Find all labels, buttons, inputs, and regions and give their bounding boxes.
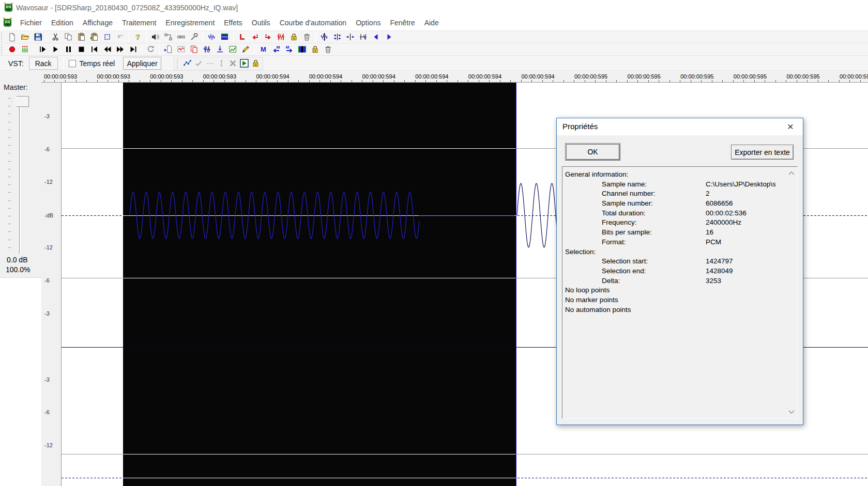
undo-icon[interactable]: [114, 32, 127, 43]
zoom-vertical-icon[interactable]: [318, 32, 331, 43]
statistics-icon[interactable]: [175, 44, 188, 55]
menu-item-fen-tre[interactable]: Fenêtre: [385, 17, 419, 29]
toolbar-separator: [203, 32, 203, 42]
marker-prev-icon[interactable]: M: [270, 44, 283, 55]
menu-item-fichier[interactable]: Fichier: [16, 17, 47, 29]
automation-view-icon[interactable]: [226, 44, 239, 55]
ruler-time-label: 00:00:00:594: [468, 73, 501, 80]
go-end-icon[interactable]: [127, 44, 140, 55]
stop-icon[interactable]: [75, 44, 88, 55]
curve-points-icon[interactable]: [181, 58, 193, 69]
toolbar-grip[interactable]: [1, 45, 5, 54]
help-icon[interactable]: ?: [131, 32, 144, 43]
property-label: Total duration:: [602, 209, 646, 217]
view-wave-icon[interactable]: [205, 32, 218, 43]
export-text-button[interactable]: Exporter en texte: [731, 145, 794, 160]
view-wave-selection-icon[interactable]: [218, 32, 231, 43]
menu-item-outils[interactable]: Outils: [247, 17, 275, 29]
menu-item-affichage[interactable]: Affichage: [78, 17, 117, 29]
realtime-checkbox-group[interactable]: Temps réel: [69, 59, 115, 68]
view-prev-icon[interactable]: [370, 32, 383, 43]
open-file-icon[interactable]: [19, 32, 32, 43]
loop-playback-icon[interactable]: [144, 44, 157, 55]
copy-icon[interactable]: [62, 32, 75, 43]
chain-nodes-icon[interactable]: [175, 32, 188, 43]
loop-to-end-icon[interactable]: [262, 32, 275, 43]
vst-bar: VST: Rack Temps réel Appliquer: [0, 55, 868, 71]
marker-selection-icon[interactable]: [296, 44, 309, 55]
play-icon[interactable]: [49, 44, 62, 55]
toolbar-grip[interactable]: [177, 59, 180, 68]
record-icon[interactable]: [6, 44, 19, 55]
ruler-time-label: 00:00:00:593: [44, 73, 77, 80]
vu-meter-icon[interactable]: [19, 44, 32, 55]
lock-markers-icon[interactable]: [309, 44, 322, 55]
play-from-cursor-icon[interactable]: [36, 44, 49, 55]
menu-item-traitement[interactable]: Traitement: [117, 17, 161, 29]
close-icon[interactable]: ×: [783, 119, 798, 134]
paste-icon[interactable]: [75, 32, 88, 43]
loop-to-start-icon[interactable]: [249, 32, 262, 43]
new-file-icon[interactable]: [6, 32, 19, 43]
delete-markers-icon[interactable]: [322, 44, 334, 55]
master-slider-track[interactable]: [19, 97, 21, 254]
speaker-icon[interactable]: [149, 32, 162, 43]
loop-selection-icon[interactable]: [275, 32, 287, 43]
menu-item-options[interactable]: Options: [351, 17, 385, 29]
master-slider-thumb[interactable]: [12, 96, 29, 107]
remove-x-icon[interactable]: [227, 58, 238, 69]
connect-nodes-icon[interactable]: [162, 32, 175, 43]
property-label: Format:: [602, 238, 626, 246]
scroll-down-icon[interactable]: [788, 410, 795, 414]
cut-icon[interactable]: [49, 32, 62, 43]
rewind-icon[interactable]: [101, 44, 114, 55]
delete-loop-icon[interactable]: [300, 32, 313, 43]
ruler-time-label: 00:00:00:595: [574, 73, 607, 80]
menu-item-effets[interactable]: Effets: [219, 17, 247, 29]
zoom-out-horizontal-icon[interactable]: [331, 32, 344, 43]
wave-markers-icon[interactable]: [201, 44, 214, 55]
vst-apply-button[interactable]: Appliquer: [123, 57, 161, 70]
play-vst-icon[interactable]: [238, 58, 250, 69]
marker-next-icon[interactable]: M: [283, 44, 296, 55]
drop-cursor-icon[interactable]: [214, 44, 226, 55]
resize-updown-icon[interactable]: [216, 58, 227, 69]
dialog-title-bar[interactable]: Propriétés ×: [557, 118, 803, 135]
vst-label: VST:: [8, 59, 24, 68]
time-ruler[interactable]: 00:00:00:59300:00:00:59300:00:00:59300:0…: [41, 72, 868, 83]
view-next-icon[interactable]: [383, 32, 395, 43]
loop-set-start-icon[interactable]: [236, 32, 249, 43]
ok-button[interactable]: OK: [565, 143, 620, 161]
menu-item-edition[interactable]: Edition: [47, 17, 78, 29]
menu-item-courbe-d-automation[interactable]: Courbe d'automation: [275, 17, 352, 29]
zoom-in-horizontal-icon[interactable]: [344, 32, 357, 43]
paste-insert-icon[interactable]: [88, 32, 101, 43]
draw-wave-icon[interactable]: [239, 44, 252, 55]
settings-wrench-icon[interactable]: [188, 32, 201, 43]
lock-loop-icon[interactable]: [287, 32, 300, 43]
zoom-selection-icon[interactable]: [357, 32, 370, 43]
pause-icon[interactable]: [62, 44, 75, 55]
vst-rack-button[interactable]: Rack: [29, 57, 58, 70]
marker-icon[interactable]: M: [257, 44, 270, 55]
go-start-icon[interactable]: [88, 44, 101, 55]
menu-item-aide[interactable]: Aide: [420, 17, 444, 29]
insert-file-icon[interactable]: [162, 44, 175, 55]
forward-icon[interactable]: [114, 44, 127, 55]
document-monster-icon[interactable]: [3, 18, 12, 27]
toolbar-grip[interactable]: [1, 33, 5, 42]
apply-check-icon[interactable]: [193, 58, 204, 69]
bypass-dots-icon[interactable]: [204, 58, 216, 69]
realtime-checkbox[interactable]: [69, 60, 76, 67]
menu-item-enregistrement[interactable]: Enregistrement: [161, 17, 219, 29]
properties-dialog: Propriétés × OK Exporter en texte Genera…: [556, 118, 803, 425]
properties-list[interactable]: General information:Sample name:C:\Users…: [562, 166, 798, 419]
crop-icon[interactable]: [101, 32, 114, 43]
lock-vst-icon[interactable]: [250, 58, 261, 69]
property-label: Channel number:: [602, 190, 656, 197]
property-label: Bits per sample:: [602, 228, 652, 236]
save-file-icon[interactable]: [32, 32, 44, 43]
property-label: Selection end:: [602, 267, 646, 275]
batch-process-icon[interactable]: [188, 44, 201, 55]
scroll-up-icon[interactable]: [788, 171, 795, 175]
